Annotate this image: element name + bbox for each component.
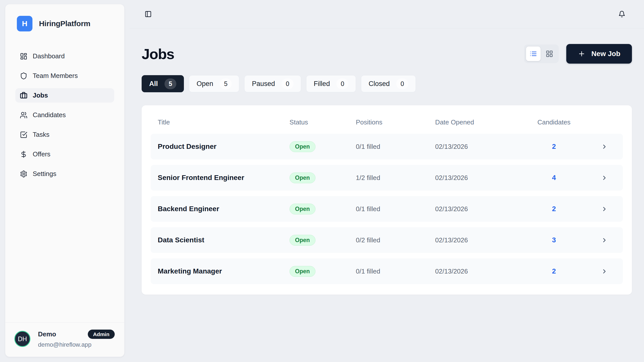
- sidebar-item-tasks[interactable]: Tasks: [15, 127, 114, 142]
- brand-logo-letter: H: [22, 19, 27, 28]
- users-icon: [20, 111, 27, 119]
- sidebar-item-team-members[interactable]: Team Members: [15, 69, 114, 83]
- sidebar-item-candidates[interactable]: Candidates: [15, 108, 114, 122]
- job-date-opened: 02/13/2026: [435, 143, 522, 151]
- sidebar-nav: Dashboard Team Members Jobs Candidates T…: [5, 49, 124, 181]
- sidebar-item-dashboard[interactable]: Dashboard: [15, 49, 114, 63]
- topbar: [130, 0, 644, 28]
- filter-label: Paused: [252, 80, 275, 88]
- user-email: demo@hireflow.app: [38, 341, 115, 348]
- job-date-opened: 02/13/2026: [435, 236, 522, 244]
- page-header: Jobs New Job: [142, 44, 632, 64]
- list-view-button[interactable]: [526, 47, 541, 61]
- job-title: Backend Engineer: [151, 205, 290, 213]
- new-job-label: New Job: [591, 50, 620, 58]
- job-status-cell: Open: [290, 235, 356, 246]
- job-title: Marketing Manager: [151, 267, 290, 275]
- avatar: DH: [14, 331, 30, 347]
- status-badge: Open: [290, 141, 315, 152]
- job-title: Senior Frontend Engineer: [151, 174, 290, 182]
- job-candidates-count[interactable]: 2: [522, 143, 586, 151]
- panel-left-icon[interactable]: [145, 11, 152, 18]
- column-header-positions: Positions: [356, 118, 435, 126]
- sidebar-item-label: Team Members: [33, 72, 78, 80]
- list-icon: [530, 50, 537, 58]
- brand-logo: H: [17, 16, 32, 31]
- new-job-button[interactable]: New Job: [566, 44, 632, 64]
- main-content: Jobs New Job: [130, 28, 644, 295]
- grid-icon: [546, 50, 553, 58]
- filter-count: 5: [220, 78, 232, 89]
- chevron-right-icon[interactable]: [586, 237, 623, 244]
- view-toggle: [524, 44, 559, 63]
- job-status-cell: Open: [290, 204, 356, 214]
- brand-name: HiringPlatform: [39, 19, 90, 28]
- filter-count: 0: [396, 78, 408, 89]
- job-date-opened: 02/13/2026: [435, 174, 522, 182]
- table-row[interactable]: Data Scientist Open 0/2 filled 02/13/202…: [151, 227, 623, 253]
- briefcase-icon: [20, 92, 27, 99]
- status-badge: Open: [290, 235, 315, 246]
- user-section[interactable]: DH Demo Admin demo@hireflow.app: [5, 322, 124, 357]
- filter-paused[interactable]: Paused 0: [244, 75, 301, 92]
- gear-icon: [20, 170, 27, 178]
- job-candidates-count[interactable]: 4: [522, 174, 586, 182]
- job-candidates-count[interactable]: 3: [522, 236, 586, 244]
- job-positions: 1/2 filled: [356, 174, 435, 182]
- job-positions: 0/1 filled: [356, 267, 435, 275]
- column-header-title: Title: [151, 118, 290, 126]
- job-candidates-count[interactable]: 2: [522, 267, 586, 275]
- check-square-icon: [20, 131, 27, 139]
- chevron-right-icon[interactable]: [586, 268, 623, 275]
- bell-icon[interactable]: [618, 11, 625, 18]
- table-body: Product Designer Open 0/1 filled 02/13/2…: [151, 134, 623, 284]
- chevron-right-icon[interactable]: [586, 174, 623, 181]
- filter-open[interactable]: Open 5: [189, 75, 239, 92]
- grid-view-button[interactable]: [542, 47, 557, 61]
- table-row[interactable]: Marketing Manager Open 0/1 filled 02/13/…: [151, 258, 623, 284]
- sidebar-item-label: Tasks: [33, 131, 49, 139]
- sidebar-item-jobs[interactable]: Jobs: [15, 88, 114, 103]
- filter-label: All: [149, 80, 158, 88]
- filter-filled[interactable]: Filled 0: [306, 75, 356, 92]
- chevron-right-icon[interactable]: [586, 206, 623, 212]
- job-title: Data Scientist: [151, 236, 290, 244]
- user-name: Demo: [38, 330, 56, 338]
- filter-count: 0: [281, 78, 294, 89]
- table-header: Title Status Positions Date Opened Candi…: [151, 114, 623, 134]
- status-badge: Open: [290, 266, 315, 277]
- brand: H HiringPlatform: [5, 4, 124, 31]
- sidebar: H HiringPlatform Dashboard Team Members …: [5, 4, 125, 357]
- column-header-candidates: Candidates: [522, 118, 586, 126]
- jobs-table-card: Title Status Positions Date Opened Candi…: [142, 105, 632, 295]
- filter-all[interactable]: All 5: [142, 75, 184, 92]
- plus-icon: [578, 50, 585, 58]
- filter-label: Open: [196, 80, 213, 88]
- filter-count: 0: [336, 78, 348, 89]
- role-badge: Admin: [88, 330, 115, 339]
- job-status-cell: Open: [290, 266, 356, 277]
- page-title: Jobs: [142, 46, 174, 62]
- job-status-cell: Open: [290, 172, 356, 183]
- header-controls: New Job: [524, 44, 632, 64]
- filter-closed[interactable]: Closed 0: [361, 75, 416, 92]
- job-title: Product Designer: [151, 143, 290, 151]
- dashboard-icon: [20, 53, 27, 60]
- column-header-date-opened: Date Opened: [435, 118, 522, 126]
- sidebar-item-label: Jobs: [33, 92, 48, 99]
- chevron-right-icon[interactable]: [586, 143, 623, 150]
- job-positions: 0/2 filled: [356, 236, 435, 244]
- sidebar-item-settings[interactable]: Settings: [15, 167, 114, 181]
- status-badge: Open: [290, 172, 315, 183]
- job-positions: 0/1 filled: [356, 205, 435, 213]
- job-candidates-count[interactable]: 2: [522, 205, 586, 213]
- sidebar-item-offers[interactable]: Offers: [15, 147, 114, 161]
- column-header-status: Status: [290, 118, 356, 126]
- job-positions: 0/1 filled: [356, 143, 435, 151]
- table-row[interactable]: Backend Engineer Open 0/1 filled 02/13/2…: [151, 196, 623, 222]
- sidebar-item-label: Dashboard: [33, 52, 65, 60]
- table-row[interactable]: Senior Frontend Engineer Open 1/2 filled…: [151, 165, 623, 191]
- job-date-opened: 02/13/2026: [435, 267, 522, 275]
- filter-label: Closed: [369, 80, 390, 88]
- table-row[interactable]: Product Designer Open 0/1 filled 02/13/2…: [151, 134, 623, 159]
